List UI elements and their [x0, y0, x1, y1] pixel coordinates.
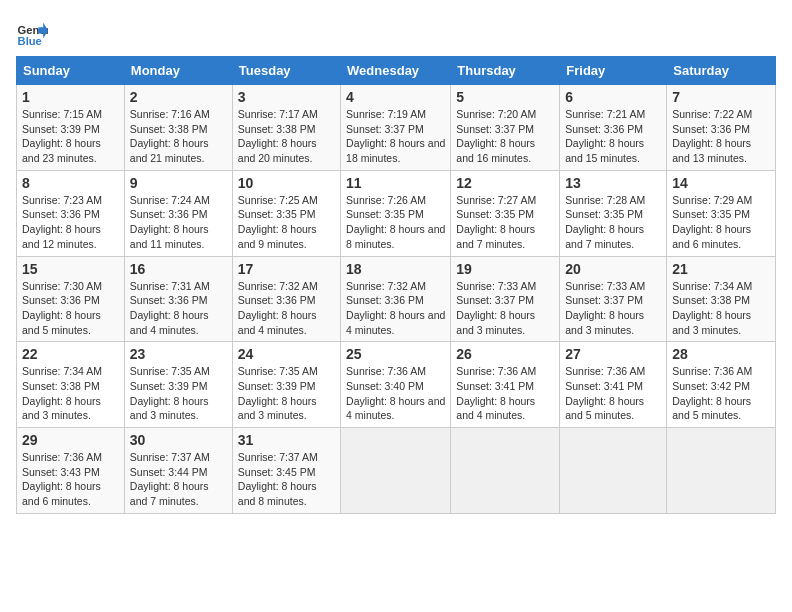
day-number: 5: [456, 89, 554, 105]
day-number: 17: [238, 261, 335, 277]
day-cell-19: 19 Sunrise: 7:33 AMSunset: 3:37 PMDaylig…: [451, 256, 560, 342]
day-number: 10: [238, 175, 335, 191]
day-detail: Sunrise: 7:17 AMSunset: 3:38 PMDaylight:…: [238, 108, 318, 164]
empty-cell: [560, 428, 667, 514]
day-detail: Sunrise: 7:36 AMSunset: 3:43 PMDaylight:…: [22, 451, 102, 507]
day-detail: Sunrise: 7:36 AMSunset: 3:42 PMDaylight:…: [672, 365, 752, 421]
day-detail: Sunrise: 7:32 AMSunset: 3:36 PMDaylight:…: [238, 280, 318, 336]
day-cell-18: 18 Sunrise: 7:32 AMSunset: 3:36 PMDaylig…: [341, 256, 451, 342]
day-detail: Sunrise: 7:35 AMSunset: 3:39 PMDaylight:…: [130, 365, 210, 421]
day-number: 11: [346, 175, 445, 191]
day-number: 20: [565, 261, 661, 277]
day-cell-30: 30 Sunrise: 7:37 AMSunset: 3:44 PMDaylig…: [124, 428, 232, 514]
day-detail: Sunrise: 7:29 AMSunset: 3:35 PMDaylight:…: [672, 194, 752, 250]
calendar-week-4: 22 Sunrise: 7:34 AMSunset: 3:38 PMDaylig…: [17, 342, 776, 428]
day-cell-25: 25 Sunrise: 7:36 AMSunset: 3:40 PMDaylig…: [341, 342, 451, 428]
day-number: 2: [130, 89, 227, 105]
day-detail: Sunrise: 7:36 AMSunset: 3:41 PMDaylight:…: [456, 365, 536, 421]
day-cell-15: 15 Sunrise: 7:30 AMSunset: 3:36 PMDaylig…: [17, 256, 125, 342]
page-header: General Blue: [16, 16, 776, 48]
day-detail: Sunrise: 7:30 AMSunset: 3:36 PMDaylight:…: [22, 280, 102, 336]
day-cell-2: 2 Sunrise: 7:16 AMSunset: 3:38 PMDayligh…: [124, 85, 232, 171]
day-detail: Sunrise: 7:33 AMSunset: 3:37 PMDaylight:…: [565, 280, 645, 336]
empty-cell: [341, 428, 451, 514]
col-header-wednesday: Wednesday: [341, 57, 451, 85]
day-cell-3: 3 Sunrise: 7:17 AMSunset: 3:38 PMDayligh…: [232, 85, 340, 171]
day-cell-11: 11 Sunrise: 7:26 AMSunset: 3:35 PMDaylig…: [341, 170, 451, 256]
calendar-week-5: 29 Sunrise: 7:36 AMSunset: 3:43 PMDaylig…: [17, 428, 776, 514]
day-number: 26: [456, 346, 554, 362]
day-detail: Sunrise: 7:37 AMSunset: 3:45 PMDaylight:…: [238, 451, 318, 507]
day-number: 18: [346, 261, 445, 277]
day-detail: Sunrise: 7:35 AMSunset: 3:39 PMDaylight:…: [238, 365, 318, 421]
day-cell-7: 7 Sunrise: 7:22 AMSunset: 3:36 PMDayligh…: [667, 85, 776, 171]
day-cell-31: 31 Sunrise: 7:37 AMSunset: 3:45 PMDaylig…: [232, 428, 340, 514]
col-header-saturday: Saturday: [667, 57, 776, 85]
day-detail: Sunrise: 7:20 AMSunset: 3:37 PMDaylight:…: [456, 108, 536, 164]
day-cell-17: 17 Sunrise: 7:32 AMSunset: 3:36 PMDaylig…: [232, 256, 340, 342]
day-detail: Sunrise: 7:15 AMSunset: 3:39 PMDaylight:…: [22, 108, 102, 164]
day-cell-26: 26 Sunrise: 7:36 AMSunset: 3:41 PMDaylig…: [451, 342, 560, 428]
day-detail: Sunrise: 7:23 AMSunset: 3:36 PMDaylight:…: [22, 194, 102, 250]
calendar-week-3: 15 Sunrise: 7:30 AMSunset: 3:36 PMDaylig…: [17, 256, 776, 342]
day-number: 25: [346, 346, 445, 362]
day-cell-22: 22 Sunrise: 7:34 AMSunset: 3:38 PMDaylig…: [17, 342, 125, 428]
day-number: 8: [22, 175, 119, 191]
empty-cell: [667, 428, 776, 514]
day-number: 19: [456, 261, 554, 277]
day-number: 22: [22, 346, 119, 362]
day-number: 6: [565, 89, 661, 105]
day-number: 7: [672, 89, 770, 105]
day-cell-13: 13 Sunrise: 7:28 AMSunset: 3:35 PMDaylig…: [560, 170, 667, 256]
day-number: 28: [672, 346, 770, 362]
day-cell-14: 14 Sunrise: 7:29 AMSunset: 3:35 PMDaylig…: [667, 170, 776, 256]
logo: General Blue: [16, 16, 48, 48]
col-header-tuesday: Tuesday: [232, 57, 340, 85]
day-number: 29: [22, 432, 119, 448]
day-cell-10: 10 Sunrise: 7:25 AMSunset: 3:35 PMDaylig…: [232, 170, 340, 256]
day-cell-29: 29 Sunrise: 7:36 AMSunset: 3:43 PMDaylig…: [17, 428, 125, 514]
day-cell-8: 8 Sunrise: 7:23 AMSunset: 3:36 PMDayligh…: [17, 170, 125, 256]
day-cell-1: 1 Sunrise: 7:15 AMSunset: 3:39 PMDayligh…: [17, 85, 125, 171]
day-number: 31: [238, 432, 335, 448]
day-detail: Sunrise: 7:27 AMSunset: 3:35 PMDaylight:…: [456, 194, 536, 250]
day-detail: Sunrise: 7:19 AMSunset: 3:37 PMDaylight:…: [346, 108, 445, 164]
day-detail: Sunrise: 7:31 AMSunset: 3:36 PMDaylight:…: [130, 280, 210, 336]
day-detail: Sunrise: 7:21 AMSunset: 3:36 PMDaylight:…: [565, 108, 645, 164]
day-detail: Sunrise: 7:24 AMSunset: 3:36 PMDaylight:…: [130, 194, 210, 250]
day-detail: Sunrise: 7:34 AMSunset: 3:38 PMDaylight:…: [22, 365, 102, 421]
day-number: 13: [565, 175, 661, 191]
day-cell-28: 28 Sunrise: 7:36 AMSunset: 3:42 PMDaylig…: [667, 342, 776, 428]
calendar-table: SundayMondayTuesdayWednesdayThursdayFrid…: [16, 56, 776, 514]
day-cell-12: 12 Sunrise: 7:27 AMSunset: 3:35 PMDaylig…: [451, 170, 560, 256]
day-cell-20: 20 Sunrise: 7:33 AMSunset: 3:37 PMDaylig…: [560, 256, 667, 342]
day-detail: Sunrise: 7:36 AMSunset: 3:41 PMDaylight:…: [565, 365, 645, 421]
day-number: 16: [130, 261, 227, 277]
day-cell-16: 16 Sunrise: 7:31 AMSunset: 3:36 PMDaylig…: [124, 256, 232, 342]
col-header-monday: Monday: [124, 57, 232, 85]
col-header-sunday: Sunday: [17, 57, 125, 85]
calendar-week-2: 8 Sunrise: 7:23 AMSunset: 3:36 PMDayligh…: [17, 170, 776, 256]
svg-text:Blue: Blue: [18, 35, 42, 47]
day-cell-5: 5 Sunrise: 7:20 AMSunset: 3:37 PMDayligh…: [451, 85, 560, 171]
day-cell-4: 4 Sunrise: 7:19 AMSunset: 3:37 PMDayligh…: [341, 85, 451, 171]
day-number: 12: [456, 175, 554, 191]
day-cell-6: 6 Sunrise: 7:21 AMSunset: 3:36 PMDayligh…: [560, 85, 667, 171]
day-detail: Sunrise: 7:28 AMSunset: 3:35 PMDaylight:…: [565, 194, 645, 250]
day-detail: Sunrise: 7:37 AMSunset: 3:44 PMDaylight:…: [130, 451, 210, 507]
day-cell-9: 9 Sunrise: 7:24 AMSunset: 3:36 PMDayligh…: [124, 170, 232, 256]
day-detail: Sunrise: 7:32 AMSunset: 3:36 PMDaylight:…: [346, 280, 445, 336]
day-cell-27: 27 Sunrise: 7:36 AMSunset: 3:41 PMDaylig…: [560, 342, 667, 428]
day-number: 21: [672, 261, 770, 277]
day-number: 14: [672, 175, 770, 191]
day-detail: Sunrise: 7:36 AMSunset: 3:40 PMDaylight:…: [346, 365, 445, 421]
day-number: 23: [130, 346, 227, 362]
day-cell-21: 21 Sunrise: 7:34 AMSunset: 3:38 PMDaylig…: [667, 256, 776, 342]
day-detail: Sunrise: 7:16 AMSunset: 3:38 PMDaylight:…: [130, 108, 210, 164]
day-number: 15: [22, 261, 119, 277]
day-detail: Sunrise: 7:26 AMSunset: 3:35 PMDaylight:…: [346, 194, 445, 250]
empty-cell: [451, 428, 560, 514]
day-cell-23: 23 Sunrise: 7:35 AMSunset: 3:39 PMDaylig…: [124, 342, 232, 428]
day-detail: Sunrise: 7:33 AMSunset: 3:37 PMDaylight:…: [456, 280, 536, 336]
col-header-friday: Friday: [560, 57, 667, 85]
